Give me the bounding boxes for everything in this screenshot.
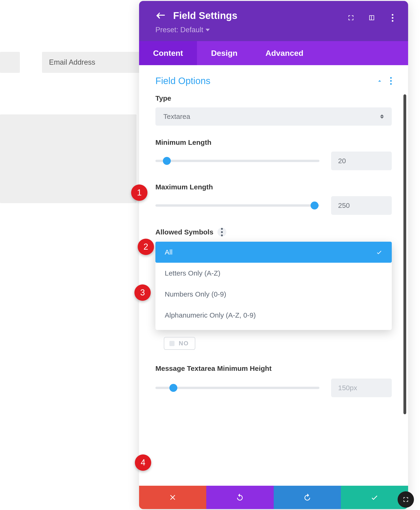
header-actions — [347, 14, 397, 22]
preset-label: Preset: Default — [155, 26, 203, 34]
tab-content[interactable]: Content — [139, 41, 197, 65]
close-icon — [168, 493, 177, 502]
tabs: Content Design Advanced — [139, 41, 408, 65]
panel-footer — [139, 486, 408, 509]
more-icon[interactable] — [389, 14, 397, 22]
tab-advanced[interactable]: Advanced — [252, 41, 318, 65]
callout-2: 2 — [138, 239, 154, 255]
check-icon — [376, 249, 382, 255]
min-height-value[interactable]: 150px — [331, 379, 392, 397]
max-length-label: Maximum Length — [155, 183, 392, 191]
email-placeholder: Email Address — [49, 58, 95, 67]
tab-design[interactable]: Design — [197, 41, 251, 65]
max-length-value[interactable]: 250 — [331, 196, 392, 215]
callout-1: 1 — [131, 185, 148, 201]
redo-icon — [303, 493, 312, 502]
section-more-icon[interactable] — [390, 77, 392, 85]
symbols-option-letters[interactable]: Letters Only (A-Z) — [155, 263, 392, 284]
undo-button[interactable] — [206, 486, 273, 509]
allowed-symbols-label: Allowed Symbols — [155, 228, 392, 237]
min-height-label: Message Textarea Minimum Height — [155, 364, 295, 373]
toggle-no[interactable]: NO — [164, 337, 195, 350]
min-length-label: Minimum Length — [155, 139, 392, 147]
undo-icon — [236, 493, 244, 502]
chevron-down-icon — [206, 29, 210, 31]
expand-icon[interactable] — [347, 14, 355, 22]
section-header[interactable]: Field Options — [155, 76, 392, 86]
callout-4: 4 — [135, 454, 151, 471]
allowed-symbols-dropdown: All Letters Only (A-Z) Numbers Only (0-9… — [155, 242, 392, 330]
check-icon — [370, 493, 379, 502]
symbols-option-all[interactable]: All — [155, 242, 392, 263]
min-length-slider[interactable] — [155, 158, 319, 164]
redo-button[interactable] — [274, 486, 341, 509]
sort-icon — [380, 114, 384, 119]
symbols-more-icon[interactable] — [221, 228, 223, 236]
email-input-bg[interactable]: Email Address — [42, 52, 142, 73]
symbols-option-alnum[interactable]: Alphanumeric Only (A-Z, 0-9) — [155, 305, 392, 326]
columns-icon[interactable] — [368, 14, 376, 22]
preset-selector[interactable]: Preset: Default — [155, 26, 394, 34]
chevron-up-icon[interactable] — [376, 77, 383, 85]
type-label: Type — [155, 94, 392, 102]
min-length-value[interactable]: 20 — [331, 152, 392, 170]
panel-content: Field Options Type Textarea Minimum Leng… — [139, 65, 408, 486]
section-title: Field Options — [155, 76, 210, 86]
symbols-option-numbers[interactable]: Numbers Only (0-9) — [155, 284, 392, 305]
scrollbar[interactable] — [404, 94, 406, 414]
bg-form-field — [0, 52, 20, 73]
textarea-bg[interactable] — [0, 114, 136, 203]
panel-title: Field Settings — [173, 10, 237, 21]
back-icon[interactable] — [155, 10, 166, 22]
cancel-button[interactable] — [139, 486, 206, 509]
panel-header: Field Settings Preset: Default — [139, 1, 408, 41]
type-value: Textarea — [163, 113, 190, 121]
settings-panel: Field Settings Preset: Default Content D… — [139, 1, 408, 509]
min-height-slider[interactable] — [155, 385, 319, 391]
resize-handle[interactable] — [398, 491, 414, 508]
type-select[interactable]: Textarea — [155, 108, 392, 126]
callout-3: 3 — [135, 284, 151, 301]
max-length-slider[interactable] — [155, 203, 319, 208]
